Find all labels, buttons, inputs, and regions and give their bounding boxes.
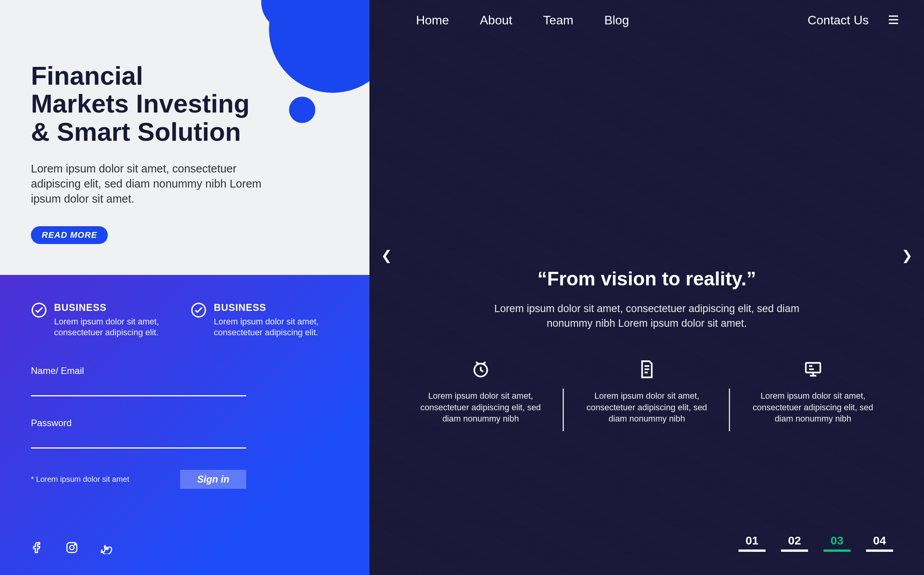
page-number: 03 bbox=[824, 534, 851, 547]
hero-title-line: Markets Investing bbox=[31, 89, 250, 118]
slider-desc: Lorem ipsum dolor sit amet, consectetuer… bbox=[473, 302, 821, 331]
feature-item: Lorem ipsum dolor sit amet, consectetuer… bbox=[730, 360, 896, 425]
password-input[interactable] bbox=[31, 435, 246, 449]
business-row: BUSINESS Lorem ipsum dolor sit amet, con… bbox=[31, 302, 339, 338]
page-underline bbox=[739, 549, 766, 552]
slider-prev-icon[interactable]: ❮ bbox=[381, 247, 392, 263]
facebook-icon[interactable] bbox=[31, 541, 44, 556]
hero-title-line: & Smart Solution bbox=[31, 117, 241, 146]
svg-point-4 bbox=[74, 544, 75, 545]
monitor-icon bbox=[745, 360, 881, 380]
hero-section: Financial Markets Investing & Smart Solu… bbox=[0, 0, 369, 275]
slider-next-icon[interactable]: ❯ bbox=[902, 247, 912, 263]
feature-item: Lorem ipsum dolor sit amet, consectetuer… bbox=[564, 360, 730, 425]
feature-text: Lorem ipsum dolor sit amet, consectetuer… bbox=[745, 390, 881, 425]
page-number: 04 bbox=[866, 534, 893, 547]
hero-title-line: Financial bbox=[31, 61, 143, 90]
name-email-label: Name/ Email bbox=[31, 365, 246, 376]
page-01[interactable]: 01 bbox=[739, 534, 766, 552]
feature-row: Lorem ipsum dolor sit amet, consectetuer… bbox=[369, 360, 924, 425]
business-item: BUSINESS Lorem ipsum dolor sit amet, con… bbox=[191, 302, 339, 338]
check-circle-icon bbox=[31, 302, 47, 338]
page-underline bbox=[781, 549, 808, 552]
password-label: Password bbox=[31, 418, 246, 428]
left-column: Financial Markets Investing & Smart Solu… bbox=[0, 0, 369, 575]
page-underline bbox=[866, 549, 893, 552]
page-number: 02 bbox=[781, 534, 808, 547]
right-column: Home About Team Blog Contact Us ❮ ❯ “Fro… bbox=[369, 0, 924, 575]
slide-pager: 01 02 03 04 bbox=[739, 534, 893, 552]
document-icon bbox=[579, 360, 715, 380]
page-02[interactable]: 02 bbox=[781, 534, 808, 552]
feature-text: Lorem ipsum dolor sit amet, consectetuer… bbox=[579, 390, 715, 425]
sign-in-button[interactable]: Sign in bbox=[180, 470, 246, 489]
business-label: BUSINESS bbox=[214, 302, 339, 313]
signin-panel: BUSINESS Lorem ipsum dolor sit amet, con… bbox=[0, 275, 369, 575]
check-circle-icon bbox=[191, 302, 207, 338]
business-label: BUSINESS bbox=[54, 302, 179, 313]
feature-item: Lorem ipsum dolor sit amet, consectetuer… bbox=[398, 360, 564, 425]
slider-quote: “From vision to reality.” bbox=[473, 268, 821, 290]
business-desc: Lorem ipsum dolor sit amet, consectetuer… bbox=[214, 316, 339, 338]
page-03[interactable]: 03 bbox=[824, 534, 851, 552]
password-field-wrapper: Password bbox=[31, 418, 246, 449]
slider-content: “From vision to reality.” Lorem ipsum do… bbox=[473, 268, 821, 331]
name-email-input[interactable] bbox=[31, 383, 246, 396]
name-email-field-wrapper: Name/ Email bbox=[31, 365, 246, 396]
clock-icon bbox=[412, 360, 549, 380]
hero-description: Lorem ipsum dolor sit amet, consectetuer… bbox=[31, 161, 263, 206]
hero-title: Financial Markets Investing & Smart Solu… bbox=[31, 62, 286, 146]
business-desc: Lorem ipsum dolor sit amet, consectetuer… bbox=[54, 316, 179, 338]
page-number: 01 bbox=[739, 534, 766, 547]
whatsapp-icon[interactable] bbox=[100, 541, 113, 556]
svg-point-3 bbox=[70, 545, 74, 549]
login-form: Name/ Email Password * Lorem ipsum dolor… bbox=[31, 365, 246, 489]
social-links bbox=[31, 522, 339, 556]
svg-rect-9 bbox=[806, 363, 820, 372]
page-underline bbox=[824, 549, 851, 552]
business-item: BUSINESS Lorem ipsum dolor sit amet, con… bbox=[31, 302, 179, 338]
form-note: * Lorem ipsum dolor sit amet bbox=[31, 475, 129, 484]
page-04[interactable]: 04 bbox=[866, 534, 893, 552]
form-footer: * Lorem ipsum dolor sit amet Sign in bbox=[31, 470, 246, 489]
feature-text: Lorem ipsum dolor sit amet, consectetuer… bbox=[412, 390, 549, 425]
instagram-icon[interactable] bbox=[65, 541, 78, 556]
blob-decor bbox=[289, 97, 315, 123]
hero-slider: ❮ ❯ “From vision to reality.” Lorem ipsu… bbox=[369, 0, 924, 575]
read-more-button[interactable]: READ MORE bbox=[31, 226, 108, 244]
